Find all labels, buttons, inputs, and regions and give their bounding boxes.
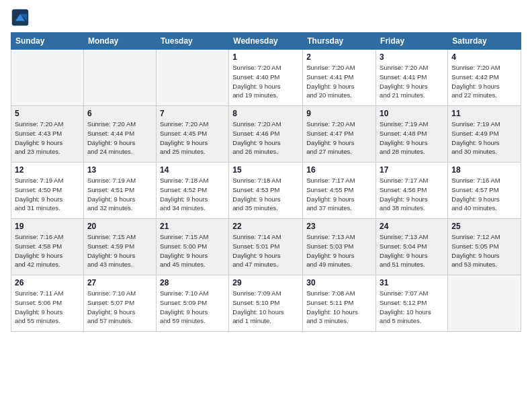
calendar-cell: 1Sunrise: 7:20 AM Sunset: 4:40 PM Daylig… [229, 50, 303, 106]
calendar-cell: 22Sunrise: 7:14 AM Sunset: 5:01 PM Dayli… [229, 219, 303, 275]
calendar-cell: 27Sunrise: 7:10 AM Sunset: 5:07 PM Dayli… [83, 275, 156, 332]
day-number: 27 [87, 278, 152, 287]
day-number: 7 [160, 109, 225, 118]
day-number: 25 [451, 222, 517, 231]
day-info: Sunrise: 7:20 AM Sunset: 4:44 PM Dayligh… [87, 120, 152, 156]
calendar-cell: 31Sunrise: 7:07 AM Sunset: 5:12 PM Dayli… [376, 275, 448, 332]
day-info: Sunrise: 7:19 AM Sunset: 4:48 PM Dayligh… [380, 120, 444, 156]
calendar-cell: 24Sunrise: 7:13 AM Sunset: 5:04 PM Dayli… [376, 219, 448, 275]
calendar-cell: 30Sunrise: 7:08 AM Sunset: 5:11 PM Dayli… [303, 275, 376, 332]
day-number: 28 [160, 278, 225, 287]
calendar-cell: 13Sunrise: 7:19 AM Sunset: 4:51 PM Dayli… [83, 163, 156, 219]
day-number: 2 [306, 52, 372, 62]
calendar-cell: 3Sunrise: 7:20 AM Sunset: 4:41 PM Daylig… [376, 50, 448, 106]
calendar-cell: 20Sunrise: 7:15 AM Sunset: 4:59 PM Dayli… [83, 219, 156, 275]
day-number: 16 [306, 165, 372, 175]
day-number: 11 [451, 109, 517, 118]
weekday-wednesday: Wednesday [229, 33, 303, 50]
day-info: Sunrise: 7:11 AM Sunset: 5:06 PM Dayligh… [15, 289, 80, 326]
day-number: 13 [87, 165, 152, 175]
calendar-cell [83, 50, 156, 106]
day-info: Sunrise: 7:20 AM Sunset: 4:41 PM Dayligh… [380, 63, 444, 100]
calendar-week-4: 19Sunrise: 7:16 AM Sunset: 4:58 PM Dayli… [11, 219, 521, 275]
calendar-cell: 6Sunrise: 7:20 AM Sunset: 4:44 PM Daylig… [83, 106, 156, 163]
calendar-cell: 18Sunrise: 7:16 AM Sunset: 4:57 PM Dayli… [448, 163, 521, 219]
day-info: Sunrise: 7:19 AM Sunset: 4:50 PM Dayligh… [15, 176, 80, 213]
day-info: Sunrise: 7:17 AM Sunset: 4:55 PM Dayligh… [306, 176, 372, 213]
calendar-week-2: 5Sunrise: 7:20 AM Sunset: 4:43 PM Daylig… [11, 106, 521, 163]
calendar-cell: 15Sunrise: 7:18 AM Sunset: 4:53 PM Dayli… [229, 163, 303, 219]
day-number: 31 [380, 278, 444, 287]
day-info: Sunrise: 7:09 AM Sunset: 5:10 PM Dayligh… [232, 289, 299, 326]
weekday-sunday: Sunday [11, 33, 84, 50]
day-number: 15 [232, 165, 299, 175]
day-number: 14 [160, 165, 225, 175]
calendar-cell [156, 50, 228, 106]
day-number: 17 [380, 165, 444, 175]
day-info: Sunrise: 7:20 AM Sunset: 4:45 PM Dayligh… [160, 120, 225, 156]
page-header [11, 8, 521, 27]
day-info: Sunrise: 7:20 AM Sunset: 4:47 PM Dayligh… [306, 120, 372, 156]
day-info: Sunrise: 7:13 AM Sunset: 5:03 PM Dayligh… [306, 232, 372, 269]
day-info: Sunrise: 7:18 AM Sunset: 4:52 PM Dayligh… [160, 176, 225, 213]
calendar-cell: 8Sunrise: 7:20 AM Sunset: 4:46 PM Daylig… [229, 106, 303, 163]
calendar-cell: 4Sunrise: 7:20 AM Sunset: 4:42 PM Daylig… [448, 50, 521, 106]
day-info: Sunrise: 7:13 AM Sunset: 5:04 PM Dayligh… [380, 232, 444, 269]
day-number: 23 [306, 222, 372, 231]
day-info: Sunrise: 7:20 AM Sunset: 4:46 PM Dayligh… [232, 120, 299, 156]
calendar-cell: 2Sunrise: 7:20 AM Sunset: 4:41 PM Daylig… [303, 50, 376, 106]
day-number: 22 [232, 222, 299, 231]
day-number: 10 [380, 109, 444, 118]
day-info: Sunrise: 7:15 AM Sunset: 5:00 PM Dayligh… [160, 232, 225, 269]
calendar-cell: 17Sunrise: 7:17 AM Sunset: 4:56 PM Dayli… [376, 163, 448, 219]
day-info: Sunrise: 7:12 AM Sunset: 5:05 PM Dayligh… [451, 232, 517, 269]
calendar-cell: 5Sunrise: 7:20 AM Sunset: 4:43 PM Daylig… [11, 106, 84, 163]
day-info: Sunrise: 7:16 AM Sunset: 4:58 PM Dayligh… [15, 232, 80, 269]
calendar-table: SundayMondayTuesdayWednesdayThursdayFrid… [11, 32, 521, 332]
day-info: Sunrise: 7:18 AM Sunset: 4:53 PM Dayligh… [232, 176, 299, 213]
day-info: Sunrise: 7:20 AM Sunset: 4:41 PM Dayligh… [306, 63, 372, 100]
day-number: 20 [87, 222, 152, 231]
weekday-monday: Monday [83, 33, 156, 50]
day-info: Sunrise: 7:07 AM Sunset: 5:12 PM Dayligh… [380, 289, 444, 326]
calendar-cell [448, 275, 521, 332]
day-number: 24 [380, 222, 444, 231]
day-info: Sunrise: 7:20 AM Sunset: 4:40 PM Dayligh… [232, 63, 299, 100]
day-number: 3 [380, 52, 444, 62]
calendar-cell: 9Sunrise: 7:20 AM Sunset: 4:47 PM Daylig… [303, 106, 376, 163]
day-number: 18 [451, 165, 517, 175]
day-number: 29 [232, 278, 299, 287]
day-info: Sunrise: 7:20 AM Sunset: 4:42 PM Dayligh… [451, 63, 517, 100]
day-info: Sunrise: 7:15 AM Sunset: 4:59 PM Dayligh… [87, 232, 152, 269]
day-number: 4 [451, 52, 517, 62]
day-info: Sunrise: 7:20 AM Sunset: 4:43 PM Dayligh… [15, 120, 80, 156]
day-number: 26 [15, 278, 80, 287]
day-info: Sunrise: 7:08 AM Sunset: 5:11 PM Dayligh… [306, 289, 372, 326]
day-number: 12 [15, 165, 80, 175]
weekday-friday: Friday [376, 33, 448, 50]
day-info: Sunrise: 7:10 AM Sunset: 5:09 PM Dayligh… [160, 289, 225, 326]
day-number: 8 [232, 109, 299, 118]
calendar-cell [11, 50, 84, 106]
weekday-tuesday: Tuesday [156, 33, 228, 50]
calendar-week-5: 26Sunrise: 7:11 AM Sunset: 5:06 PM Dayli… [11, 275, 521, 332]
calendar-week-3: 12Sunrise: 7:19 AM Sunset: 4:50 PM Dayli… [11, 163, 521, 219]
day-info: Sunrise: 7:16 AM Sunset: 4:57 PM Dayligh… [451, 176, 517, 213]
logo-icon [11, 8, 30, 27]
calendar-week-1: 1Sunrise: 7:20 AM Sunset: 4:40 PM Daylig… [11, 50, 521, 106]
day-info: Sunrise: 7:10 AM Sunset: 5:07 PM Dayligh… [87, 289, 152, 326]
calendar-cell: 26Sunrise: 7:11 AM Sunset: 5:06 PM Dayli… [11, 275, 84, 332]
weekday-thursday: Thursday [303, 33, 376, 50]
day-number: 30 [306, 278, 372, 287]
day-number: 9 [306, 109, 372, 118]
weekday-header-row: SundayMondayTuesdayWednesdayThursdayFrid… [11, 33, 521, 50]
calendar-cell: 11Sunrise: 7:19 AM Sunset: 4:49 PM Dayli… [448, 106, 521, 163]
calendar-page: SundayMondayTuesdayWednesdayThursdayFrid… [0, 0, 532, 411]
logo [11, 8, 32, 27]
calendar-cell: 23Sunrise: 7:13 AM Sunset: 5:03 PM Dayli… [303, 219, 376, 275]
calendar-cell: 16Sunrise: 7:17 AM Sunset: 4:55 PM Dayli… [303, 163, 376, 219]
calendar-body: 1Sunrise: 7:20 AM Sunset: 4:40 PM Daylig… [11, 50, 521, 332]
calendar-cell: 7Sunrise: 7:20 AM Sunset: 4:45 PM Daylig… [156, 106, 228, 163]
day-info: Sunrise: 7:19 AM Sunset: 4:49 PM Dayligh… [451, 120, 517, 156]
day-info: Sunrise: 7:19 AM Sunset: 4:51 PM Dayligh… [87, 176, 152, 213]
